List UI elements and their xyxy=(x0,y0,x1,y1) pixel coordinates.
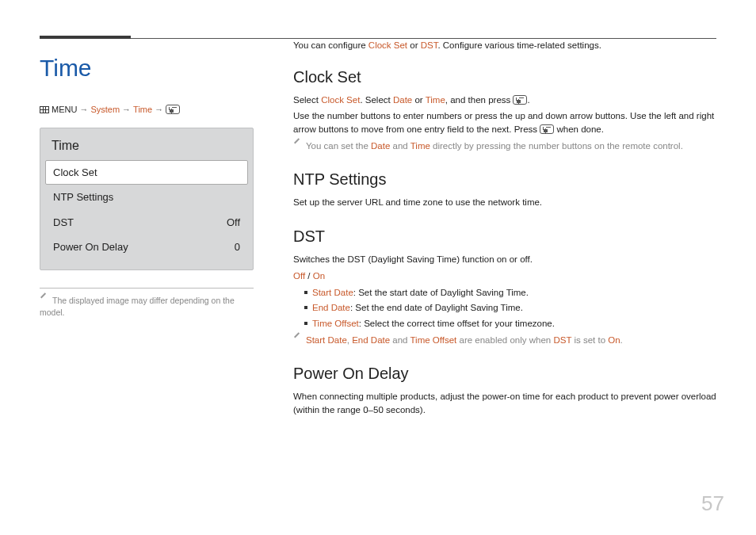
section-heading-ntp: NTP Settings xyxy=(293,167,716,191)
crumb-system: System xyxy=(90,103,120,117)
panel-item-power-on-delay[interactable]: Power On Delay 0 xyxy=(45,235,248,260)
intro-text: You can configure Clock Set or DST. Conf… xyxy=(293,39,716,52)
manual-page: Time MENU → System → Time → Time Clock S… xyxy=(0,0,756,535)
right-column: You can configure Clock Set or DST. Conf… xyxy=(293,39,716,419)
enter-icon xyxy=(166,105,180,114)
ntp-body: Set up the server URL and time zone to u… xyxy=(293,196,716,209)
panel-item-label: Power On Delay xyxy=(53,239,128,255)
panel-item-label: Clock Set xyxy=(53,165,97,181)
divider xyxy=(40,288,254,289)
section-heading-power-on-delay: Power On Delay xyxy=(293,361,716,385)
panel-item-value: Off xyxy=(227,215,240,231)
panel-disclaimer: The displayed image may differ depending… xyxy=(40,295,254,320)
section-heading-clock-set: Clock Set xyxy=(293,65,716,89)
panel-item-clock-set[interactable]: Clock Set xyxy=(45,160,248,185)
panel-title: Time xyxy=(40,128,253,160)
section-heading-dst: DST xyxy=(293,224,716,248)
enter-icon xyxy=(540,124,554,134)
left-column: Time MENU → System → Time → Time Clock S… xyxy=(40,39,254,419)
dst-bullet: Start Date: Set the start date of Daylig… xyxy=(304,286,716,300)
panel-list: Clock Set NTP Settings DST Off Power On … xyxy=(40,160,253,269)
pen-icon xyxy=(293,142,301,150)
breadcrumb: MENU → System → Time → xyxy=(40,103,254,117)
dst-bullets: Start Date: Set the start date of Daylig… xyxy=(304,286,716,331)
dst-bullet: Time Offset: Select the correct time off… xyxy=(304,317,716,331)
dst-body: Switches the DST (Daylight Saving Time) … xyxy=(293,253,716,266)
menu-grid-icon xyxy=(40,106,49,113)
clock-set-tip: You can set the Date and Time directly b… xyxy=(293,139,716,153)
arrow-icon: → xyxy=(79,103,88,117)
clock-set-line1: Select Clock Set. Select Date or Time, a… xyxy=(293,94,716,107)
settings-panel: Time Clock Set NTP Settings DST Off xyxy=(40,128,254,270)
page-title: Time xyxy=(40,50,254,86)
crumb-time: Time xyxy=(133,103,152,117)
dst-options: Off / On xyxy=(293,269,716,283)
enter-icon xyxy=(513,95,527,105)
panel-item-value: 0 xyxy=(235,239,240,255)
arrow-icon: → xyxy=(122,103,131,117)
panel-item-dst[interactable]: DST Off xyxy=(45,210,248,235)
panel-item-ntp[interactable]: NTP Settings xyxy=(45,185,248,210)
pen-icon xyxy=(293,336,301,344)
crumb-menu: MENU xyxy=(52,103,77,117)
arrow-icon: → xyxy=(155,103,163,117)
clock-set-line2: Use the number buttons to enter numbers … xyxy=(293,109,716,137)
pen-icon xyxy=(40,296,48,304)
dst-tip: Start Date, End Date and Time Offset are… xyxy=(293,334,716,347)
panel-item-label: NTP Settings xyxy=(53,189,113,205)
dst-bullet: End Date: Set the end date of Daylight S… xyxy=(304,301,716,315)
page-number: 57 xyxy=(701,488,724,519)
pod-body: When connecting multiple products, adjus… xyxy=(293,390,716,418)
panel-item-label: DST xyxy=(53,215,74,231)
